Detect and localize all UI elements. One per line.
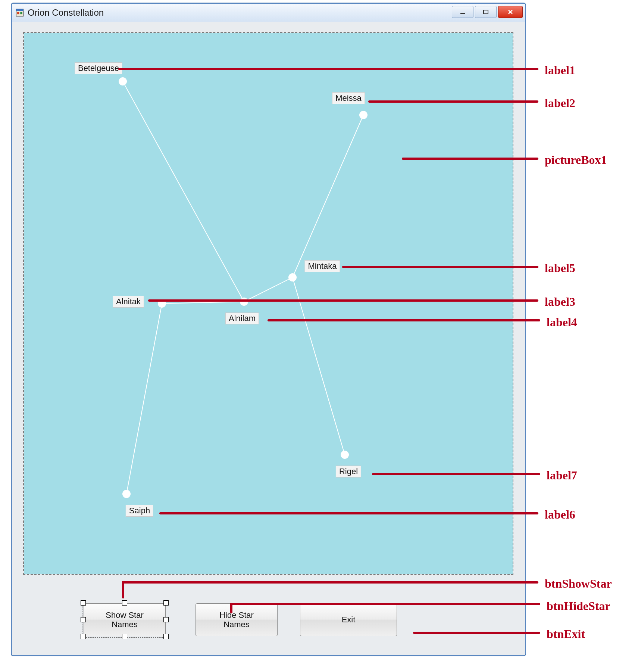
annotation-label3: label3 [545, 295, 575, 309]
label3-alnitak: Alnitak [113, 296, 144, 308]
annotation-label5: label5 [545, 261, 575, 275]
svg-point-18 [122, 490, 131, 498]
svg-rect-4 [460, 13, 465, 14]
btn-show-star[interactable]: Show Star Names [84, 603, 166, 636]
form-client-area: Betelgeuse Meissa Mintaka Alnilam Alnita… [12, 22, 525, 655]
window-title: Orion Constellation [28, 7, 104, 18]
picturebox1: Betelgeuse Meissa Mintaka Alnilam Alnita… [24, 33, 513, 574]
annotation-label2: label2 [545, 96, 575, 110]
maximize-button[interactable] [475, 6, 497, 18]
svg-point-14 [288, 273, 297, 281]
close-button[interactable] [498, 6, 523, 18]
label5-mintaka: Mintaka [304, 260, 340, 272]
label6-saiph: Saiph [126, 505, 153, 517]
btn-hide-star[interactable]: Hide Star Names [196, 603, 278, 636]
svg-point-12 [119, 77, 127, 85]
annotation-label6: label6 [545, 508, 575, 522]
svg-line-11 [293, 277, 345, 455]
svg-line-6 [123, 81, 244, 302]
svg-rect-3 [20, 12, 22, 15]
svg-line-8 [244, 277, 293, 302]
annotation-btnhidestar: btnHideStar [547, 599, 610, 613]
form-window: Orion Constellation [11, 3, 526, 656]
svg-point-16 [158, 299, 166, 308]
form-icon [16, 9, 24, 17]
label7-rigel: Rigel [336, 466, 361, 477]
titlebar[interactable]: Orion Constellation [12, 4, 525, 22]
annotation-label4: label4 [547, 315, 577, 329]
annotation-label1: label1 [545, 63, 575, 77]
btn-exit[interactable]: Exit [300, 603, 397, 636]
label1-betelgeuse: Betelgeuse [75, 62, 122, 74]
constellation-lines-icon [24, 33, 513, 574]
svg-point-13 [359, 111, 368, 119]
button-row: Show Star Names Hide Star Names Exit [24, 599, 513, 640]
label4-alnilam: Alnilam [225, 312, 259, 324]
annotation-picturebox1: pictureBox1 [545, 153, 607, 167]
svg-point-17 [341, 451, 349, 459]
svg-line-9 [162, 302, 244, 304]
annotation-btnexit: btnExit [547, 627, 585, 641]
annotation-label7: label7 [547, 469, 577, 482]
selection-handles: Show Star Names [84, 603, 166, 636]
svg-rect-1 [16, 9, 23, 11]
svg-point-15 [240, 298, 248, 306]
label2-meissa: Meissa [332, 92, 365, 104]
svg-line-7 [293, 115, 363, 277]
svg-rect-2 [17, 12, 19, 15]
minimize-button[interactable] [452, 6, 473, 18]
svg-line-10 [126, 304, 162, 494]
annotation-btnshowstar: btnShowStar [545, 577, 612, 591]
svg-rect-5 [484, 10, 488, 14]
